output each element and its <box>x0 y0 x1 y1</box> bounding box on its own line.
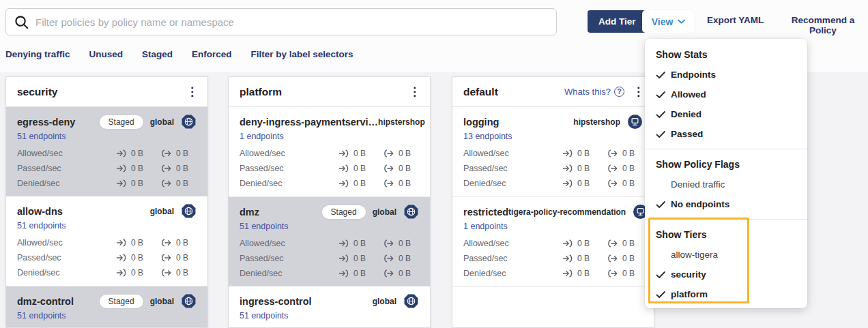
endpoints-link[interactable]: 1 endpoints <box>240 132 419 144</box>
endpoints-link[interactable]: 51 endpoints <box>17 311 197 323</box>
stat-label: Denied/sec <box>17 179 60 188</box>
stat-label: Passed/sec <box>240 164 284 173</box>
stat-label: Allowed/sec <box>17 238 63 248</box>
ingress-value: 0 B <box>577 164 590 173</box>
egress-value: 0 B <box>622 254 635 263</box>
tier-name: security <box>17 86 57 98</box>
ingress-value: 0 B <box>131 179 143 188</box>
policy-scope: hipstershop <box>378 117 425 127</box>
stat-label: Denied/sec <box>463 179 506 188</box>
menu-item-allowed[interactable]: Allowed <box>645 85 807 104</box>
policy-card[interactable]: allow-dns global 51 endpoints Allowed/se… <box>6 196 207 286</box>
stat-label: Allowed/sec <box>240 239 285 248</box>
endpoints-link[interactable]: 51 endpoints <box>17 221 197 233</box>
egress-icon <box>384 269 395 278</box>
policy-name[interactable]: ingress-control <box>240 296 312 307</box>
endpoints-link[interactable]: 1 endpoints <box>463 222 643 234</box>
search-input[interactable] <box>35 16 548 28</box>
ingress-icon <box>338 149 350 158</box>
recommend-policy-button[interactable]: Recommend a Policy <box>778 15 868 35</box>
check-icon <box>656 71 671 79</box>
policy-name[interactable]: restricted <box>463 207 508 218</box>
filter-enforced[interactable]: Enforced <box>192 49 232 59</box>
menu-item-label: Allowed <box>671 89 706 100</box>
endpoints-link[interactable]: 51 endpoints <box>240 222 419 234</box>
ingress-icon <box>338 269 350 278</box>
policy-card[interactable]: logging hipstershop 13 endpoints Allowed… <box>452 107 654 197</box>
egress-icon <box>384 149 395 158</box>
endpoints-link[interactable]: 51 endpoints <box>17 132 197 144</box>
policy-card[interactable]: restricted tigera-policy-recommendation … <box>452 197 654 287</box>
policy-name[interactable]: deny-ingress-paymentservi… <box>240 117 378 128</box>
endpoints-link[interactable]: 13 endpoints <box>463 132 643 144</box>
view-dropdown-menu: Show Stats Endpoints Allowed Denied Pass… <box>645 39 807 308</box>
tier-menu-icon[interactable]: ⋮ <box>186 86 198 98</box>
menu-item-denied[interactable]: Denied <box>645 104 807 124</box>
egress-icon <box>384 254 395 263</box>
ingress-icon <box>116 179 128 188</box>
staged-badge: Staged <box>100 295 143 308</box>
ingress-icon <box>338 179 350 188</box>
export-yaml-button[interactable]: Export YAML <box>707 15 764 25</box>
stat-row-denied: Denied/sec 0 B 0 B <box>463 266 643 281</box>
policy-name[interactable]: dmz <box>240 207 259 218</box>
whats-this-link[interactable]: Whats this? ? <box>564 87 624 97</box>
chevron-down-icon <box>678 19 685 24</box>
menu-divider <box>645 219 807 220</box>
policy-name[interactable]: allow-dns <box>17 206 63 217</box>
endpoints-link[interactable]: 51 endpoints <box>240 311 419 323</box>
stat-label: Denied/sec <box>240 269 283 278</box>
add-tier-button[interactable]: Add Tier <box>588 10 647 33</box>
ingress-icon <box>562 269 574 278</box>
ingress-value: 0 B <box>353 149 366 158</box>
policy-name[interactable]: dmz-control <box>17 296 74 307</box>
policy-card[interactable]: ingress-control global 51 endpoints <box>229 286 430 328</box>
egress-value: 0 B <box>176 268 188 278</box>
ingress-value: 0 B <box>577 269 590 278</box>
policy-scope: tigera-policy-recommendation <box>508 207 626 217</box>
tier-menu-icon[interactable]: ⋮ <box>409 86 420 98</box>
search-icon <box>14 15 29 29</box>
policy-search[interactable] <box>5 8 557 35</box>
filter-unused[interactable]: Unused <box>89 49 124 59</box>
tier-name: platform <box>240 86 282 98</box>
ingress-icon <box>338 254 350 263</box>
global-policy-icon <box>403 293 419 309</box>
menu-item-security[interactable]: security <box>645 265 807 284</box>
staged-badge: Staged <box>322 205 366 219</box>
egress-icon <box>607 149 619 158</box>
policy-card[interactable]: dmz Staged global 51 endpoints Allowed/s… <box>229 197 430 286</box>
ingress-icon <box>116 149 128 158</box>
policy-card[interactable]: deny-ingress-paymentservi… hipstershop 1… <box>229 107 430 197</box>
menu-item-allow-tigera[interactable]: allow-tigera <box>645 245 807 265</box>
menu-item-passed[interactable]: Passed <box>645 124 807 144</box>
menu-item-platform[interactable]: platform <box>645 284 807 304</box>
policy-name[interactable]: egress-deny <box>17 117 75 128</box>
stat-row-passed: Passed/sec 0 B 0 B <box>240 251 419 266</box>
ingress-icon <box>562 254 574 263</box>
ingress-value: 0 B <box>353 239 366 248</box>
menu-item-denied-traffic[interactable]: Denied traffic <box>645 175 807 194</box>
view-button[interactable]: View <box>642 10 695 33</box>
stat-row-passed: Passed/sec 0 B 0 B <box>463 161 643 176</box>
ingress-value: 0 B <box>353 269 366 278</box>
policy-card[interactable]: egress-deny Staged global 51 endpoints A… <box>6 107 207 196</box>
egress-icon <box>607 269 619 278</box>
stat-label: Allowed/sec <box>240 149 285 158</box>
filter-staged[interactable]: Staged <box>142 49 173 59</box>
egress-value: 0 B <box>622 149 635 158</box>
filter-denying-traffic[interactable]: Denying traffic <box>5 49 70 59</box>
policy-card[interactable]: dmz-control Staged global 51 endpoints <box>6 286 207 328</box>
egress-value: 0 B <box>399 254 411 263</box>
filter-label-selectors[interactable]: Filter by label selectors <box>251 49 353 59</box>
menu-item-endpoints[interactable]: Endpoints <box>645 65 807 85</box>
tier-menu-icon[interactable]: ⋮ <box>633 86 644 98</box>
menu-item-no-endpoints[interactable]: No endpoints <box>645 194 807 214</box>
policy-name[interactable]: logging <box>463 117 499 128</box>
tier-header: security ⋮ <box>6 77 207 107</box>
check-icon <box>656 271 671 279</box>
ingress-icon <box>116 254 128 262</box>
stat-row-passed: Passed/sec 0 B 0 B <box>17 250 197 265</box>
tier-header: default Whats this? ? ⋮ <box>452 77 654 107</box>
stat-label: Passed/sec <box>463 164 508 173</box>
